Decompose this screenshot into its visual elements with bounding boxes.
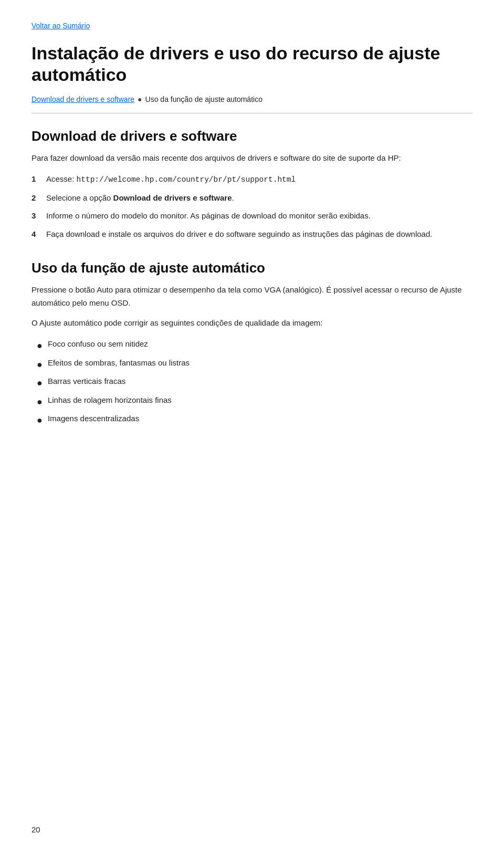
breadcrumb-link-1[interactable]: Download de drivers e software	[32, 95, 134, 103]
download-step-2: 2 Selecione a opção Download de drivers …	[32, 192, 472, 205]
bullet-text-4: Linhas de rolagem horizontais finas	[48, 393, 172, 407]
auto-adjust-bullet-list: ● Foco confuso ou sem nitidez ● Efeitos …	[37, 337, 472, 429]
bullet-dot-5: ●	[37, 412, 43, 429]
step-2-text-after: .	[232, 193, 234, 202]
bullet-dot-1: ●	[37, 338, 43, 354]
bullet-text-5: Imagens descentralizadas	[48, 412, 139, 425]
page-title: Instalação de drivers e uso do recurso d…	[32, 43, 472, 86]
bullet-item-3: ● Barras verticais fracas	[37, 374, 472, 391]
bullet-item-5: ● Imagens descentralizadas	[37, 412, 472, 429]
breadcrumb: Download de drivers e software ● Uso da …	[32, 95, 472, 103]
download-step-4: 4 Faça download e instale os arquivos do…	[32, 228, 472, 241]
step-1-text-before: Acesse:	[46, 174, 77, 183]
bullet-dot-2: ●	[37, 357, 43, 373]
bullet-item-4: ● Linhas de rolagem horizontais finas	[37, 393, 472, 410]
breadcrumb-current: Uso da função de ajuste automático	[145, 95, 262, 103]
bullet-text-3: Barras verticais fracas	[48, 374, 125, 388]
download-section-heading: Download de drivers e software	[32, 128, 472, 144]
step-2-number: 2	[32, 192, 46, 205]
step-1-url[interactable]: http://welcome.hp.com/country/br/pt/supp…	[77, 175, 296, 184]
breadcrumb-separator: ●	[138, 95, 142, 103]
download-section-intro: Para fazer download da versão mais recen…	[32, 152, 472, 164]
download-section: Download de drivers e software Para faze…	[32, 128, 472, 241]
bullet-text-1: Foco confuso ou sem nitidez	[48, 337, 148, 351]
bullet-dot-4: ●	[37, 394, 43, 410]
auto-adjust-intro-2: O Ajuste automático pode corrigir as seg…	[32, 317, 472, 330]
auto-adjust-heading: Uso da função de ajuste automático	[32, 260, 472, 276]
bullet-dot-3: ●	[37, 375, 43, 391]
bullet-item-1: ● Foco confuso ou sem nitidez	[37, 337, 472, 354]
section-divider	[32, 113, 472, 113]
auto-adjust-intro-1: Pressione o botão Auto para otimizar o d…	[32, 284, 472, 310]
download-step-3: 3 Informe o número do modelo do monitor.…	[32, 210, 472, 223]
step-1-text: Acesse: http://welcome.hp.com/country/br…	[46, 173, 472, 186]
auto-adjust-section: Uso da função de ajuste automático Press…	[32, 260, 472, 429]
back-link[interactable]: Voltar ao Sumário	[32, 22, 90, 30]
step-3-text: Informe o número do modelo do monitor. A…	[46, 210, 472, 223]
bullet-text-2: Efeitos de sombras, fantasmas ou listras	[48, 356, 190, 370]
step-2-text: Selecione a opção Download de drivers e …	[46, 192, 472, 205]
step-1-number: 1	[32, 173, 46, 186]
step-4-number: 4	[32, 228, 46, 241]
download-step-1: 1 Acesse: http://welcome.hp.com/country/…	[32, 173, 472, 186]
step-2-text-plain: Selecione a opção	[46, 193, 113, 202]
step-4-text: Faça download e instale os arquivos do d…	[46, 228, 472, 241]
download-steps-list: 1 Acesse: http://welcome.hp.com/country/…	[32, 173, 472, 241]
page-number: 20	[32, 825, 40, 834]
step-3-number: 3	[32, 210, 46, 223]
bullet-item-2: ● Efeitos de sombras, fantasmas ou listr…	[37, 356, 472, 373]
step-2-bold: Download de drivers e software	[113, 193, 232, 202]
